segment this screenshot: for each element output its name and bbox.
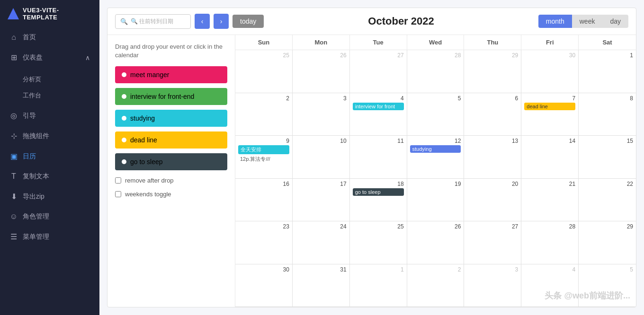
cal-cell[interactable]: 25 <box>350 221 407 264</box>
sidebar-item-home[interactable]: ⌂ 首页 <box>0 27 99 47</box>
cal-cell[interactable]: 2 <box>235 93 293 136</box>
dashboard-icon: ⊞ <box>9 53 18 62</box>
cal-cell[interactable]: 16 <box>235 179 293 222</box>
cal-cell[interactable]: 23 <box>235 221 293 264</box>
month-view-button[interactable]: month <box>538 15 572 28</box>
cal-cell[interactable]: 6 <box>464 93 521 136</box>
sidebar-item-label: 复制文本 <box>23 172 49 181</box>
event-chip-studying[interactable]: studying <box>115 110 227 127</box>
cal-cell[interactable]: 25 <box>235 50 293 93</box>
cal-cell[interactable]: 8 <box>579 93 636 136</box>
cal-cell[interactable]: 4 <box>521 264 579 307</box>
sidebar-item-workbench[interactable]: 工作台 <box>23 88 99 104</box>
cal-cell[interactable]: 12studying <box>407 136 465 179</box>
week-view-button[interactable]: week <box>572 15 603 28</box>
cal-date-number: 30 <box>238 266 289 273</box>
sidebar-item-drag[interactable]: ⊹ 拖拽组件 <box>0 126 99 146</box>
cal-date-number: 5 <box>581 266 633 273</box>
cal-date-number: 1 <box>353 266 404 273</box>
cal-cell[interactable]: 27 <box>464 221 521 264</box>
cal-cell[interactable]: 30 <box>521 50 579 93</box>
cal-cell[interactable]: 26 <box>293 50 350 93</box>
cal-cell[interactable]: 28 <box>407 50 465 93</box>
prev-button[interactable]: ‹ <box>195 14 210 29</box>
cal-cell[interactable]: 18go to sleep <box>350 179 407 222</box>
day-view-button[interactable]: day <box>602 15 628 28</box>
view-buttons: month week day <box>538 15 628 28</box>
cal-date-number: 18 <box>353 181 404 187</box>
day-header-wed: Wed <box>407 35 465 50</box>
cal-cell[interactable]: 29 <box>579 221 636 264</box>
cal-cell[interactable]: 17 <box>293 179 350 222</box>
cal-date-number: 14 <box>524 138 575 144</box>
cal-cell[interactable]: 31 <box>293 264 350 307</box>
cal-cell[interactable]: 3 <box>293 93 350 136</box>
cal-event[interactable]: go to sleep <box>353 188 404 196</box>
cal-cell[interactable]: 1 <box>579 50 636 93</box>
remove-after-drop-row[interactable]: remove after drop <box>115 177 227 184</box>
cal-date-number: 29 <box>581 223 633 230</box>
cal-date-number: 30 <box>524 52 575 59</box>
cal-cell[interactable]: 1 <box>350 264 407 307</box>
next-button[interactable]: › <box>214 14 229 29</box>
cal-event[interactable]: 12p.算法专/// <box>238 155 289 163</box>
sidebar-item-label: 角色管理 <box>23 212 49 221</box>
cal-event[interactable]: interview for front <box>353 103 404 110</box>
cal-cell[interactable]: 7dead line <box>521 93 579 136</box>
guide-icon: ◎ <box>9 111 18 120</box>
cal-event[interactable]: dead line <box>524 103 575 110</box>
sidebar-item-role[interactable]: ☺ 角色管理 <box>0 207 99 227</box>
cal-cell[interactable]: 27 <box>350 50 407 93</box>
sidebar-item-export-zip[interactable]: ⬇ 导出zip <box>0 186 99 207</box>
sidebar-item-dashboard[interactable]: ⊞ 仪表盘 ∧ <box>0 47 99 68</box>
cal-cell[interactable]: 3 <box>464 264 521 307</box>
weekends-toggle-row[interactable]: weekends toggle <box>115 191 227 198</box>
day-header-tue: Tue <box>350 35 407 50</box>
cal-cell[interactable]: 30 <box>235 264 293 307</box>
cal-cell[interactable]: 24 <box>293 221 350 264</box>
cal-event[interactable]: studying <box>410 145 461 153</box>
cal-cell[interactable]: 21 <box>521 179 579 222</box>
dot <box>122 116 126 121</box>
cal-event[interactable]: 全天安排 <box>238 145 289 154</box>
copy-icon: T <box>9 172 18 181</box>
cal-cell[interactable]: 5 <box>407 93 465 136</box>
cal-cell[interactable]: 19 <box>407 179 465 222</box>
weekends-toggle-checkbox[interactable] <box>115 191 121 197</box>
cal-date-number: 28 <box>524 223 575 230</box>
cal-cell[interactable]: 29 <box>464 50 521 93</box>
cal-cell[interactable]: 11 <box>350 136 407 179</box>
cal-date-number: 27 <box>467 223 518 230</box>
weekends-toggle-label: weekends toggle <box>125 191 171 198</box>
today-button[interactable]: today <box>233 15 264 28</box>
cal-cell[interactable]: 26 <box>407 221 465 264</box>
sidebar-item-menu[interactable]: ☰ 菜单管理 <box>0 227 99 247</box>
cal-cell[interactable]: 20 <box>464 179 521 222</box>
sidebar-item-calendar[interactable]: ▣ 日历 <box>0 146 99 166</box>
cal-cell[interactable]: 28 <box>521 221 579 264</box>
cal-date-number: 31 <box>295 266 347 273</box>
cal-cell[interactable]: 5 <box>579 264 636 307</box>
calendar-grid: 2526272829301234interview for front567de… <box>235 50 636 307</box>
sidebar-item-label: 菜单管理 <box>23 233 49 241</box>
sidebar-item-copy-text[interactable]: T 复制文本 <box>0 166 99 186</box>
event-chip-meet[interactable]: meet manger <box>115 66 227 83</box>
cal-cell[interactable]: 22 <box>579 179 636 222</box>
cal-cell[interactable]: 4interview for front <box>350 93 407 136</box>
cal-cell[interactable]: 2 <box>407 264 465 307</box>
dot <box>122 72 126 77</box>
sidebar-item-analytics[interactable]: 分析页 <box>23 71 99 88</box>
sidebar-item-guide[interactable]: ◎ 引导 <box>0 105 99 126</box>
cal-cell[interactable]: 15 <box>579 136 636 179</box>
event-chip-deadline[interactable]: dead line <box>115 131 227 149</box>
export-icon: ⬇ <box>9 192 18 201</box>
event-chip-interview[interactable]: interview for front-end <box>115 88 227 105</box>
cal-date-number: 8 <box>581 95 633 102</box>
cal-cell[interactable]: 13 <box>464 136 521 179</box>
calendar-search[interactable]: 🔍 🔍 往前转到日期 <box>115 14 191 29</box>
cal-cell[interactable]: 10 <box>293 136 350 179</box>
event-chip-sleep[interactable]: go to sleep <box>115 153 227 170</box>
remove-after-drop-checkbox[interactable] <box>115 177 121 184</box>
cal-cell[interactable]: 9全天安排12p.算法专/// <box>235 136 293 179</box>
cal-cell[interactable]: 14 <box>521 136 579 179</box>
